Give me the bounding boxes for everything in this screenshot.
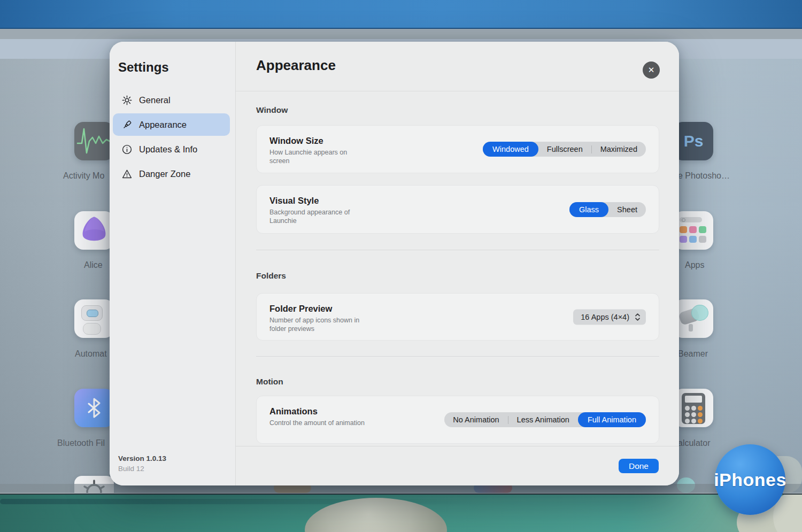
apps-folder-icon[interactable] [674, 211, 713, 250]
segment-full-animation[interactable]: Full Animation [578, 412, 646, 427]
calculator-graphic [682, 393, 705, 424]
segment-no-animation[interactable]: No Animation [444, 412, 507, 427]
robot-head-icon [81, 305, 103, 321]
screen: Activity Mo Alice Automat Bluetooth Fil … [0, 0, 802, 532]
robot-body-icon [83, 323, 101, 335]
bluetooth-app-icon[interactable] [74, 389, 114, 427]
apps-folder-preview [674, 211, 713, 250]
paintbrush-icon [121, 119, 133, 130]
automator-app-icon[interactable] [74, 299, 114, 338]
app-label: Automat [75, 349, 107, 359]
close-icon: ✕ [648, 65, 655, 74]
sidebar-item-label: Danger Zone [139, 169, 190, 179]
row-subtitle: Number of app icons shown in folder prev… [269, 317, 366, 333]
calculator-app-icon[interactable] [674, 389, 713, 427]
settings-sidebar: Settings General [110, 42, 236, 485]
section-label-motion: Motion [256, 377, 283, 387]
ecg-line-icon [74, 122, 114, 160]
sidebar-item-updates-info[interactable]: Updates & Info [113, 138, 230, 160]
section-divider [256, 250, 659, 250]
page-title: Appearance [256, 57, 336, 74]
sidebar-nav: General Appearance [113, 89, 230, 185]
projector-leg-icon [689, 324, 693, 331]
segment-fullscreen[interactable]: Fullscreen [538, 142, 591, 157]
row-subtitle: Control the amount of animation [269, 419, 365, 428]
row-subtitle: Background appearance of Launchie [269, 209, 366, 225]
window-size-segmented: Windowed Fullscreen Maximized [483, 142, 646, 157]
sidebar-item-label: Updates & Info [139, 144, 197, 155]
search-pill-icon [680, 217, 702, 222]
animations-row: Animations Control the amount of animati… [256, 396, 659, 444]
section-label-folders: Folders [256, 271, 286, 281]
sidebar-item-general[interactable]: General [113, 89, 230, 111]
segment-windowed[interactable]: Windowed [483, 142, 538, 157]
window-size-row: Window Size How Launchie appears on scre… [256, 125, 659, 173]
row-title: Animations [269, 406, 318, 417]
sidebar-item-label: Appearance [139, 120, 187, 130]
segment-glass[interactable]: Glass [569, 202, 608, 217]
sidebar-item-label: General [139, 95, 171, 105]
sidebar-title: Settings [118, 60, 169, 75]
visual-style-segmented: Glass Sheet [569, 202, 646, 217]
gear-icon [121, 94, 133, 106]
app-label: Bluetooth Fil [57, 438, 105, 448]
folder-preview-select[interactable]: 16 Apps (4×4) [573, 309, 646, 325]
row-title: Folder Preview [269, 304, 332, 314]
activity-monitor-app-icon[interactable] [74, 122, 114, 160]
section-label-window: Window [256, 105, 288, 115]
select-value: 16 Apps (4×4) [581, 313, 629, 321]
projector-lens-icon [691, 305, 708, 321]
footer-divider [236, 446, 679, 446]
segment-less-animation[interactable]: Less Animation [508, 412, 578, 427]
warning-icon [121, 168, 133, 180]
alice-app-icon[interactable] [74, 211, 114, 250]
panel-header: Appearance ✕ [236, 42, 679, 91]
updown-chevron-icon [635, 313, 641, 321]
app-label: alculator [678, 438, 710, 448]
done-button[interactable]: Done [619, 459, 659, 473]
app-label: e Photosho… [678, 171, 730, 181]
window-chrome-band [0, 29, 802, 39]
bluetooth-icon [81, 395, 107, 421]
photoshop-icon-text: Ps [684, 132, 704, 150]
segment-maximized[interactable]: Maximized [592, 142, 646, 157]
build-text: Build 12 [118, 465, 166, 473]
purple-blob-icon [74, 211, 114, 250]
row-title: Visual Style [269, 196, 319, 206]
sidebar-item-danger-zone[interactable]: Danger Zone [113, 163, 230, 185]
settings-main-panel: Appearance ✕ Window Window Size How Laun… [236, 42, 679, 485]
settings-dialog: Settings General [110, 42, 679, 485]
visual-style-row: Visual Style Background appearance of La… [256, 185, 659, 234]
beamer-app-icon[interactable] [674, 299, 713, 338]
sidebar-item-appearance[interactable]: Appearance [113, 113, 230, 136]
folder-preview-row: Folder Preview Number of app icons shown… [256, 293, 659, 341]
close-button[interactable]: ✕ [643, 61, 660, 79]
app-label: Activity Mo [63, 171, 104, 181]
segment-sheet[interactable]: Sheet [608, 202, 646, 217]
browser-header-bar [0, 0, 802, 29]
info-icon [121, 143, 133, 155]
site-badge-label: iPhones [714, 469, 786, 490]
sidebar-footer: Version 1.0.13 Build 12 [118, 454, 166, 473]
app-label: Alice [84, 260, 103, 270]
ocean-wallpaper [0, 493, 802, 532]
version-text: Version 1.0.13 [118, 454, 166, 462]
app-label: Apps [685, 260, 704, 270]
animations-segmented: No Animation Less Animation Full Animati… [444, 412, 646, 427]
iphones-site-badge[interactable]: iPhones [715, 444, 785, 515]
photoshop-app-icon[interactable]: Ps [674, 122, 713, 160]
row-title: Window Size [269, 136, 323, 146]
row-subtitle: How Launchie appears on screen [269, 149, 366, 165]
section-divider [256, 356, 659, 357]
app-label: Beamer [678, 349, 708, 359]
